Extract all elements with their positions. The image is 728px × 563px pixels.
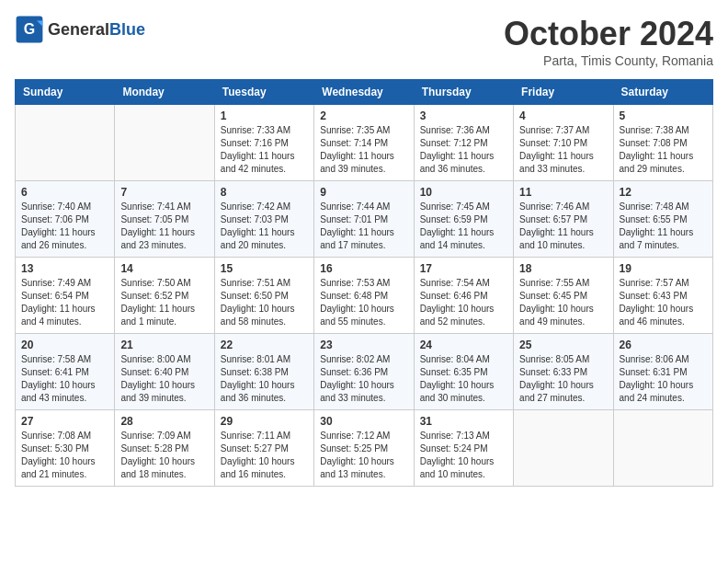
table-row: 21Sunrise: 8:00 AMSunset: 6:40 PMDayligh… bbox=[115, 334, 214, 410]
day-info: Sunrise: 8:01 AMSunset: 6:38 PMDaylight:… bbox=[221, 353, 308, 405]
day-number: 15 bbox=[221, 262, 308, 275]
day-number: 17 bbox=[420, 262, 507, 275]
day-number: 28 bbox=[120, 415, 208, 428]
day-number: 1 bbox=[221, 109, 308, 122]
table-row: 31Sunrise: 7:13 AMSunset: 5:24 PMDayligh… bbox=[414, 410, 513, 487]
calendar-week-1: 1Sunrise: 7:33 AMSunset: 7:16 PMDaylight… bbox=[16, 105, 713, 181]
table-row: 15Sunrise: 7:51 AMSunset: 6:50 PMDayligh… bbox=[214, 258, 313, 334]
table-row: 3Sunrise: 7:36 AMSunset: 7:12 PMDaylight… bbox=[414, 105, 513, 181]
day-info: Sunrise: 8:02 AMSunset: 6:36 PMDaylight:… bbox=[320, 353, 407, 405]
day-number: 21 bbox=[120, 339, 208, 351]
calendar-week-5: 27Sunrise: 7:08 AMSunset: 5:30 PMDayligh… bbox=[16, 410, 713, 487]
day-number: 14 bbox=[120, 262, 208, 275]
table-row: 17Sunrise: 7:54 AMSunset: 6:46 PMDayligh… bbox=[414, 258, 513, 334]
table-row: 5Sunrise: 7:38 AMSunset: 7:08 PMDaylight… bbox=[613, 105, 712, 181]
table-row: 14Sunrise: 7:50 AMSunset: 6:52 PMDayligh… bbox=[115, 258, 214, 334]
weekday-tuesday: Tuesday bbox=[214, 80, 313, 105]
day-number: 22 bbox=[221, 339, 308, 351]
day-number: 10 bbox=[420, 186, 507, 199]
day-number: 23 bbox=[320, 339, 407, 351]
table-row: 9Sunrise: 7:44 AMSunset: 7:01 PMDaylight… bbox=[314, 181, 414, 258]
day-number: 25 bbox=[519, 339, 607, 351]
day-number: 18 bbox=[519, 262, 607, 275]
day-info: Sunrise: 7:33 AMSunset: 7:16 PMDaylight:… bbox=[221, 124, 308, 176]
weekday-thursday: Thursday bbox=[414, 80, 513, 105]
day-number: 20 bbox=[21, 339, 108, 351]
day-number: 3 bbox=[420, 109, 507, 122]
day-number: 13 bbox=[21, 262, 108, 275]
table-row: 1Sunrise: 7:33 AMSunset: 7:16 PMDaylight… bbox=[214, 105, 313, 181]
calendar-week-2: 6Sunrise: 7:40 AMSunset: 7:06 PMDaylight… bbox=[16, 181, 713, 258]
table-row: 7Sunrise: 7:41 AMSunset: 7:05 PMDaylight… bbox=[115, 181, 214, 258]
table-row bbox=[115, 105, 214, 181]
svg-text:G: G bbox=[24, 21, 35, 37]
day-info: Sunrise: 7:38 AMSunset: 7:08 PMDaylight:… bbox=[620, 124, 707, 176]
day-info: Sunrise: 7:55 AMSunset: 6:45 PMDaylight:… bbox=[519, 277, 607, 328]
day-number: 31 bbox=[420, 415, 507, 428]
table-row: 27Sunrise: 7:08 AMSunset: 5:30 PMDayligh… bbox=[16, 410, 115, 487]
day-info: Sunrise: 7:42 AMSunset: 7:03 PMDaylight:… bbox=[221, 201, 308, 252]
weekday-friday: Friday bbox=[514, 80, 613, 105]
table-row: 20Sunrise: 7:58 AMSunset: 6:41 PMDayligh… bbox=[16, 334, 115, 410]
day-number: 24 bbox=[420, 339, 507, 351]
day-info: Sunrise: 8:06 AMSunset: 6:31 PMDaylight:… bbox=[620, 353, 707, 405]
day-info: Sunrise: 7:49 AMSunset: 6:54 PMDaylight:… bbox=[21, 277, 108, 328]
day-info: Sunrise: 8:04 AMSunset: 6:35 PMDaylight:… bbox=[420, 353, 507, 405]
day-info: Sunrise: 7:12 AMSunset: 5:25 PMDaylight:… bbox=[320, 430, 407, 481]
table-row: 30Sunrise: 7:12 AMSunset: 5:25 PMDayligh… bbox=[314, 410, 414, 487]
day-info: Sunrise: 7:13 AMSunset: 5:24 PMDaylight:… bbox=[420, 430, 507, 481]
table-row: 13Sunrise: 7:49 AMSunset: 6:54 PMDayligh… bbox=[16, 258, 115, 334]
weekday-monday: Monday bbox=[115, 80, 214, 105]
table-row: 4Sunrise: 7:37 AMSunset: 7:10 PMDaylight… bbox=[514, 105, 613, 181]
day-number: 5 bbox=[620, 109, 707, 122]
day-info: Sunrise: 7:44 AMSunset: 7:01 PMDaylight:… bbox=[320, 201, 407, 252]
table-row: 24Sunrise: 8:04 AMSunset: 6:35 PMDayligh… bbox=[414, 334, 513, 410]
day-info: Sunrise: 7:53 AMSunset: 6:48 PMDaylight:… bbox=[320, 277, 407, 328]
day-info: Sunrise: 7:54 AMSunset: 6:46 PMDaylight:… bbox=[420, 277, 507, 328]
page-header: G GeneralBlue October 2024 Parta, Timis … bbox=[15, 15, 713, 68]
weekday-saturday: Saturday bbox=[613, 80, 712, 105]
title-block: October 2024 Parta, Timis County, Romani… bbox=[504, 15, 713, 68]
table-row bbox=[514, 410, 613, 487]
day-number: 2 bbox=[320, 109, 407, 122]
day-info: Sunrise: 7:45 AMSunset: 6:59 PMDaylight:… bbox=[420, 201, 507, 252]
calendar-week-4: 20Sunrise: 7:58 AMSunset: 6:41 PMDayligh… bbox=[16, 334, 713, 410]
day-number: 7 bbox=[120, 186, 208, 199]
logo-icon: G bbox=[15, 15, 44, 44]
day-info: Sunrise: 7:51 AMSunset: 6:50 PMDaylight:… bbox=[221, 277, 308, 328]
table-row: 28Sunrise: 7:09 AMSunset: 5:28 PMDayligh… bbox=[115, 410, 214, 487]
table-row: 12Sunrise: 7:48 AMSunset: 6:55 PMDayligh… bbox=[613, 181, 712, 258]
day-number: 26 bbox=[620, 339, 707, 351]
day-info: Sunrise: 7:48 AMSunset: 6:55 PMDaylight:… bbox=[620, 201, 707, 252]
table-row: 19Sunrise: 7:57 AMSunset: 6:43 PMDayligh… bbox=[613, 258, 712, 334]
logo-text-blue: Blue bbox=[109, 20, 145, 39]
day-number: 8 bbox=[221, 186, 308, 199]
table-row: 6Sunrise: 7:40 AMSunset: 7:06 PMDaylight… bbox=[16, 181, 115, 258]
day-number: 19 bbox=[620, 262, 707, 275]
day-number: 27 bbox=[21, 415, 108, 428]
table-row: 29Sunrise: 7:11 AMSunset: 5:27 PMDayligh… bbox=[214, 410, 313, 487]
day-info: Sunrise: 7:40 AMSunset: 7:06 PMDaylight:… bbox=[21, 201, 108, 252]
day-number: 29 bbox=[221, 415, 308, 428]
table-row bbox=[613, 410, 712, 487]
day-info: Sunrise: 7:46 AMSunset: 6:57 PMDaylight:… bbox=[519, 201, 607, 252]
table-row: 26Sunrise: 8:06 AMSunset: 6:31 PMDayligh… bbox=[613, 334, 712, 410]
logo-text-general: General bbox=[48, 20, 109, 39]
table-row: 25Sunrise: 8:05 AMSunset: 6:33 PMDayligh… bbox=[514, 334, 613, 410]
table-row: 16Sunrise: 7:53 AMSunset: 6:48 PMDayligh… bbox=[314, 258, 414, 334]
day-number: 30 bbox=[320, 415, 407, 428]
weekday-sunday: Sunday bbox=[16, 80, 115, 105]
day-info: Sunrise: 7:37 AMSunset: 7:10 PMDaylight:… bbox=[519, 124, 607, 176]
table-row: 8Sunrise: 7:42 AMSunset: 7:03 PMDaylight… bbox=[214, 181, 313, 258]
table-row: 10Sunrise: 7:45 AMSunset: 6:59 PMDayligh… bbox=[414, 181, 513, 258]
calendar-week-3: 13Sunrise: 7:49 AMSunset: 6:54 PMDayligh… bbox=[16, 258, 713, 334]
day-info: Sunrise: 8:05 AMSunset: 6:33 PMDaylight:… bbox=[519, 353, 607, 405]
day-info: Sunrise: 7:36 AMSunset: 7:12 PMDaylight:… bbox=[420, 124, 507, 176]
month-title: October 2024 bbox=[504, 15, 713, 53]
day-number: 4 bbox=[519, 109, 607, 122]
day-info: Sunrise: 7:35 AMSunset: 7:14 PMDaylight:… bbox=[320, 124, 407, 176]
day-info: Sunrise: 7:11 AMSunset: 5:27 PMDaylight:… bbox=[221, 430, 308, 481]
day-number: 16 bbox=[320, 262, 407, 275]
table-row: 11Sunrise: 7:46 AMSunset: 6:57 PMDayligh… bbox=[514, 181, 613, 258]
day-info: Sunrise: 7:57 AMSunset: 6:43 PMDaylight:… bbox=[620, 277, 707, 328]
